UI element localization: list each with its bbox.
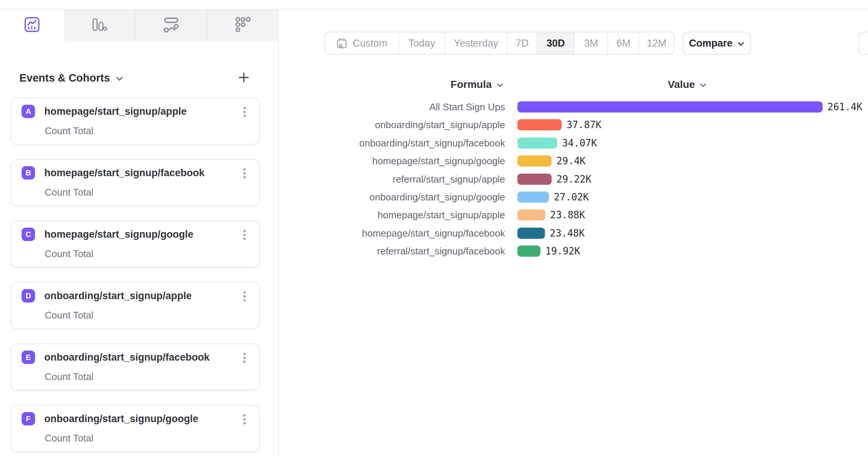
event-badge: D	[22, 289, 35, 303]
event-card[interactable]: Eonboarding/start_signup/facebookCount T…	[10, 343, 260, 390]
bar-category-label[interactable]: All Start Sign Ups	[335, 101, 505, 113]
tab-funnels[interactable]	[64, 10, 135, 41]
event-aggregation-label[interactable]: Count Total	[45, 248, 93, 260]
bar-category-label[interactable]: referral/start_signup/facebook	[335, 246, 505, 257]
date-range-12m[interactable]: 12M	[639, 32, 674, 54]
event-menu-button[interactable]	[240, 291, 249, 303]
insights-chart-icon	[24, 16, 40, 34]
date-range-selector: CustomTodayYesterday7D30D3M6M12M	[325, 32, 674, 55]
event-menu-button[interactable]	[240, 168, 249, 180]
report-type-tabbar	[0, 10, 278, 41]
bar-category-label[interactable]: onboarding/start_signup/facebook	[335, 137, 505, 149]
kebab-menu-icon	[243, 106, 246, 118]
bar-category-label[interactable]: onboarding/start_signup/google	[335, 191, 505, 203]
formula-column-header[interactable]: Formula	[335, 79, 503, 91]
bar-row: homepage/start_signup/google29.4K	[335, 155, 585, 167]
kebab-menu-icon	[243, 229, 246, 241]
bar[interactable]	[517, 228, 545, 239]
chevron-down-icon	[497, 83, 503, 88]
bar-value-label: 34.07K	[562, 137, 597, 149]
event-menu-button[interactable]	[240, 352, 249, 364]
bar-row: homepage/start_signup/apple23.88K	[335, 209, 585, 221]
bar-row: onboarding/start_signup/google27.02K	[335, 191, 589, 203]
event-aggregation-label[interactable]: Count Total	[45, 187, 93, 198]
event-menu-button[interactable]	[240, 106, 249, 118]
kebab-menu-icon	[243, 168, 246, 180]
date-range-label: 30D	[546, 38, 565, 49]
kebab-menu-icon	[243, 291, 246, 303]
event-aggregation-label[interactable]: Count Total	[45, 433, 93, 444]
bar[interactable]	[517, 155, 552, 167]
chevron-down-icon	[700, 83, 706, 88]
event-card[interactable]: Donboarding/start_signup/appleCount Tota…	[10, 282, 260, 329]
bar[interactable]	[517, 209, 545, 221]
date-range-7d[interactable]: 7D	[507, 32, 537, 54]
event-card[interactable]: Ahomepage/start_signup/appleCount Total	[10, 98, 260, 145]
bar-category-label[interactable]: homepage/start_signup/apple	[335, 209, 505, 221]
bar-category-label[interactable]: onboarding/start_signup/apple	[335, 119, 505, 131]
bar-value-label: 27.02K	[554, 191, 589, 203]
compare-label: Compare	[689, 38, 733, 49]
bar-value-label: 23.48K	[550, 228, 585, 239]
events-cohorts-header[interactable]: Events & Cohorts	[19, 72, 123, 84]
bar-value-label: 261.4K	[827, 101, 862, 113]
event-card[interactable]: Chomepage/start_signup/googleCount Total	[10, 221, 260, 267]
bar-value-label: 23.88K	[550, 209, 585, 221]
bar[interactable]	[517, 119, 562, 130]
event-title: homepage/start_signup/apple	[44, 106, 187, 117]
bar-row: All Start Sign Ups261.4K	[335, 101, 862, 113]
cutoff-edge-button[interactable]	[858, 32, 868, 55]
date-range-3m[interactable]: 3M	[574, 32, 607, 54]
plus-icon	[238, 72, 250, 83]
event-badge: C	[22, 228, 35, 241]
date-range-label: Yesterday	[454, 38, 498, 49]
bar[interactable]	[517, 246, 540, 257]
date-range-label: 6M	[616, 38, 631, 49]
date-range-custom[interactable]: Custom	[325, 32, 398, 54]
chevron-down-icon	[737, 42, 744, 46]
event-menu-button[interactable]	[240, 229, 249, 241]
date-range-6m[interactable]: 6M	[607, 32, 639, 54]
bar-category-label[interactable]: referral/start_signup/apple	[335, 174, 505, 185]
event-card[interactable]: Bhomepage/start_signup/facebookCount Tot…	[10, 159, 260, 206]
event-aggregation-label[interactable]: Count Total	[45, 310, 93, 321]
flows-icon	[163, 16, 179, 34]
event-title: homepage/start_signup/google	[44, 229, 194, 240]
tab-retention[interactable]	[207, 10, 278, 41]
add-event-button[interactable]	[235, 69, 252, 86]
date-range-label: 12M	[647, 38, 667, 49]
bar[interactable]	[517, 191, 549, 203]
event-card[interactable]: Fonboarding/start_signup/googleCount Tot…	[10, 405, 260, 452]
tab-insights[interactable]	[0, 10, 64, 41]
bar-row: homepage/start_signup/facebook23.48K	[335, 227, 585, 239]
bar-value-label: 37.87K	[567, 119, 601, 130]
calendar-icon	[336, 38, 348, 49]
tab-flows[interactable]	[135, 10, 207, 41]
event-badge: E	[22, 351, 35, 364]
date-range-label: 7D	[516, 38, 529, 49]
bar-category-label[interactable]: homepage/start_signup/google	[335, 155, 505, 167]
event-title: homepage/start_signup/facebook	[44, 167, 205, 179]
event-aggregation-label[interactable]: Count Total	[45, 125, 93, 137]
bar-value-label: 29.22K	[556, 174, 591, 185]
bar-row: referral/start_signup/apple29.22K	[335, 173, 591, 185]
date-range-today[interactable]: Today	[398, 32, 444, 54]
event-title: onboarding/start_signup/facebook	[44, 352, 210, 363]
event-badge: B	[22, 166, 35, 180]
bar-category-label[interactable]: homepage/start_signup/facebook	[335, 228, 505, 239]
inactive-tabs-group	[64, 10, 278, 41]
compare-button[interactable]: Compare	[683, 32, 751, 55]
bar[interactable]	[517, 137, 557, 149]
bar[interactable]	[517, 101, 823, 113]
event-menu-button[interactable]	[240, 414, 249, 425]
event-aggregation-label[interactable]: Count Total	[45, 371, 93, 383]
bar-row: onboarding/start_signup/apple37.87K	[335, 119, 601, 131]
event-title: onboarding/start_signup/apple	[44, 290, 192, 302]
date-range-label: Today	[408, 38, 435, 49]
date-range-30d[interactable]: 30D	[537, 32, 574, 54]
date-range-yesterday[interactable]: Yesterday	[444, 32, 507, 54]
value-column-header[interactable]: Value	[668, 79, 706, 91]
bar[interactable]	[517, 174, 552, 185]
kebab-menu-icon	[243, 414, 246, 425]
retention-icon	[235, 17, 251, 34]
